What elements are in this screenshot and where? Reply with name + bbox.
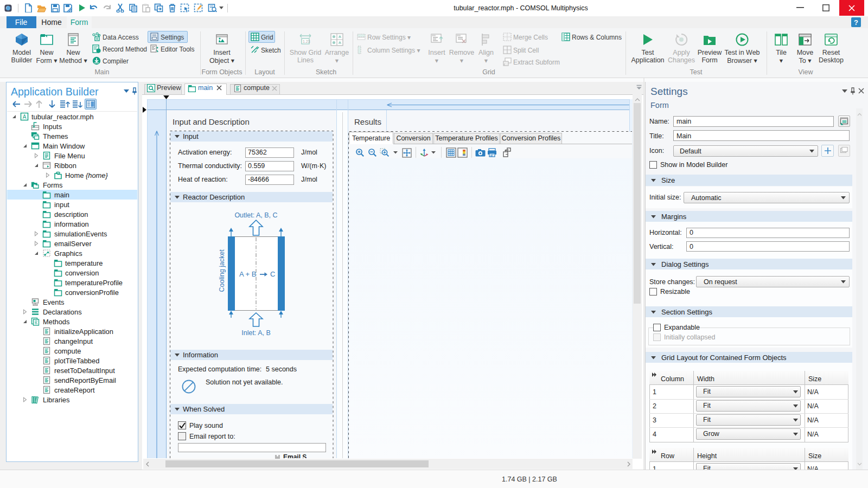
svg-text:1.23: 1.23 (303, 40, 310, 43)
svg-text:A: A (23, 114, 27, 120)
